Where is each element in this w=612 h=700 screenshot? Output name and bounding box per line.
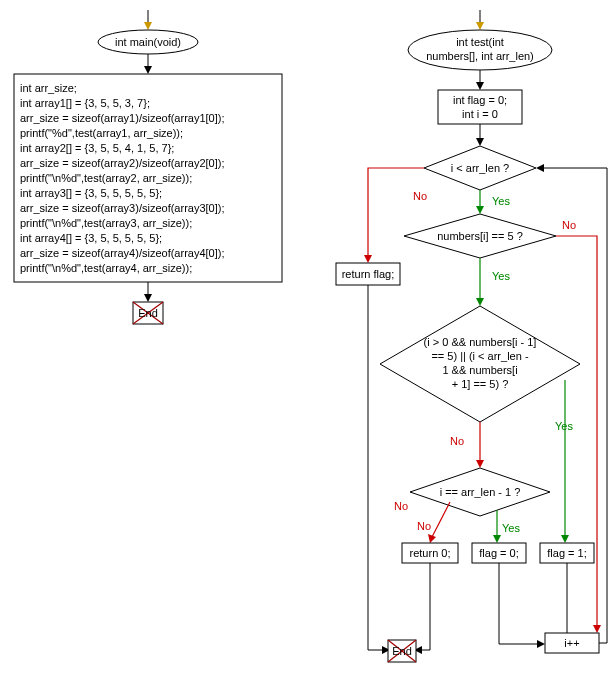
test-cond-adj-l1: (i > 0 && numbers[i - 1] [424,336,537,348]
test-start-l1: int test(int [456,36,504,48]
svg-marker-5 [144,294,152,302]
test-cond-loop-label: i < arr_len ? [451,162,509,174]
svg-marker-14 [476,138,484,146]
main-code-line-7: int array3[] = {3, 5, 5, 5, 5, 5}; [20,187,162,199]
main-end: End [133,302,163,324]
main-code-line-2: arr_size = sizeof(array1)/sizeof(array1[… [20,112,224,124]
test-end: End [388,640,416,662]
test-cond-adj-l3: 1 && numbers[i [442,364,517,376]
svg-marker-10 [476,22,484,30]
main-start-label: int main(void) [115,36,181,48]
test-cond-adj-l2: == 5) || (i < arr_len - [431,350,528,362]
svg-marker-22 [561,535,569,543]
eq5-yes-label: Yes [492,270,510,282]
svg-marker-24 [476,460,484,468]
test-init-l2: int i = 0 [462,108,498,120]
svg-marker-1 [144,22,152,30]
main-code-line-5: arr_size = sizeof(array2)/sizeof(array2[… [20,157,224,169]
main-code-line-8: arr_size = sizeof(array3)/sizeof(array3[… [20,202,224,214]
svg-marker-27 [428,534,436,543]
main-code-line-6: printf("\n%d",test(array2, arr_size)); [20,172,192,184]
svg-marker-29 [536,164,544,172]
svg-marker-26 [537,640,545,648]
test-flag0-label: flag = 0; [479,547,518,559]
svg-marker-3 [144,66,152,74]
flowchart-canvas: int main(void) int arr_size; int array1[… [0,0,612,700]
main-code-line-3: printf("%d",test(array1, arr_size)); [20,127,183,139]
main-code-line-9: printf("\n%d",test(array3, arr_size)); [20,217,192,229]
test-cond-eq5-label: numbers[i] == 5 ? [437,230,523,242]
test-start-l2: numbers[], int arr_len) [426,50,534,62]
last-no-label-2: No [394,500,408,512]
main-end-label: End [138,307,158,319]
adj-yes-label: Yes [555,420,573,432]
main-code-line-1: int array1[] = {3, 5, 5, 3, 7}; [20,97,150,109]
test-return0-label: return 0; [410,547,451,559]
eq5-no-label: No [562,219,576,231]
svg-marker-19 [593,625,601,633]
svg-marker-21 [476,298,484,306]
svg-marker-18 [476,206,484,214]
loop-no-label: No [413,190,427,202]
flowchart-test: int test(int numbers[], int arr_len) int… [336,10,607,662]
svg-marker-12 [476,82,484,90]
main-code-line-4: int array2[] = {3, 5, 5, 4, 1, 5, 7}; [20,142,174,154]
main-code-line-10: int array4[] = {3, 5, 5, 5, 5, 5}; [20,232,162,244]
main-code-line-11: arr_size = sizeof(array4)/sizeof(array4[… [20,247,224,259]
adj-no-label: No [450,435,464,447]
test-incr-label: i++ [564,637,579,649]
flowchart-main: int main(void) int arr_size; int array1[… [14,10,282,324]
main-code-line-12: printf("\n%d",test(array4, arr_size)); [20,262,192,274]
test-cond-last-label: i == arr_len - 1 ? [440,486,521,498]
svg-marker-25 [493,535,501,543]
last-yes-label: Yes [502,522,520,534]
test-init-l1: int flag = 0; [453,94,507,106]
test-flag1-label: flag = 1; [547,547,586,559]
last-no-label: No [417,520,431,532]
loop-yes-label: Yes [492,195,510,207]
test-end-label: End [392,645,412,657]
test-return-flag-label: return flag; [342,268,395,280]
svg-marker-15 [364,255,372,263]
main-code-line-0: int arr_size; [20,82,77,94]
test-cond-adj-l4: + 1] == 5) ? [452,378,509,390]
